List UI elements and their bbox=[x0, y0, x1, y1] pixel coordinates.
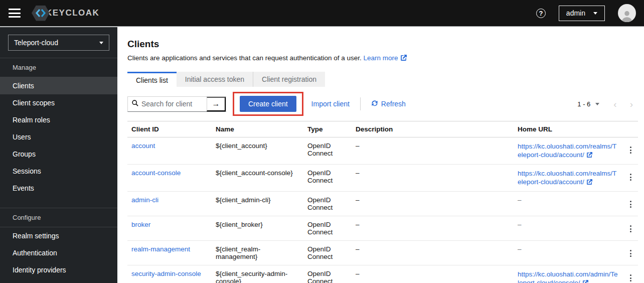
client-description: – bbox=[352, 137, 514, 165]
client-type: OpenID Connect bbox=[303, 192, 352, 216]
realm-selector-label: Teleport-cloud bbox=[14, 39, 58, 47]
sidebar-item-realm-settings[interactable]: Realm settings bbox=[0, 227, 117, 244]
tab-initial-access-token[interactable]: Initial access token bbox=[177, 72, 253, 87]
client-name: ${client_broker} bbox=[212, 216, 303, 241]
home-url-empty: – bbox=[518, 245, 522, 253]
pagination-next-button[interactable]: › bbox=[630, 99, 633, 109]
hamburger-menu-icon[interactable] bbox=[9, 9, 21, 18]
home-url-link[interactable]: https://kc.oluoshati.com/realms/Teleport… bbox=[518, 170, 616, 186]
table-row: admin-cli ${client_admin-cli} OpenID Con… bbox=[127, 192, 638, 216]
refresh-link[interactable]: Refresh bbox=[371, 100, 406, 108]
create-client-button[interactable]: Create client bbox=[240, 96, 296, 112]
tab-bar: Clients list Initial access token Client… bbox=[127, 72, 633, 87]
tab-clients-list[interactable]: Clients list bbox=[127, 72, 177, 87]
client-type: OpenID Connect bbox=[303, 265, 352, 283]
toolbar: → Create client Import client Refresh 1 … bbox=[127, 93, 633, 115]
client-id-link[interactable]: account bbox=[131, 142, 155, 150]
sidebar-item-realm-roles[interactable]: Realm roles bbox=[0, 111, 117, 128]
chevron-down-icon bbox=[99, 42, 103, 44]
table-row: account ${client_account} OpenID Connect… bbox=[127, 137, 638, 165]
kebab-menu-icon[interactable] bbox=[627, 224, 634, 233]
sidebar-item-events[interactable]: Events bbox=[0, 180, 117, 197]
sidebar: Teleport-cloud Manage Clients Client sco… bbox=[0, 27, 117, 283]
home-url-link[interactable]: https://kc.oluoshati.com/realms/Teleport… bbox=[518, 143, 616, 159]
search-submit-button[interactable]: → bbox=[207, 97, 226, 111]
sidebar-item-authentication[interactable]: Authentication bbox=[0, 244, 117, 261]
table-row: realm-management ${client_realm-manageme… bbox=[127, 241, 638, 265]
home-url-empty: – bbox=[518, 196, 522, 204]
external-link-icon bbox=[587, 151, 592, 160]
client-id-link[interactable]: realm-management bbox=[131, 245, 190, 253]
col-header-home-url: Home URL bbox=[514, 121, 623, 137]
help-icon[interactable]: ? bbox=[536, 9, 546, 18]
table-row: account-console ${client_account-console… bbox=[127, 165, 638, 192]
client-id-link[interactable]: broker bbox=[131, 221, 150, 228]
client-name: ${client_realm-management} bbox=[212, 241, 303, 265]
table-header-row: Client ID Name Type Description Home URL bbox=[127, 121, 638, 137]
keycloak-logo[interactable]: KEYCLOAK bbox=[32, 6, 99, 21]
avatar[interactable] bbox=[618, 4, 636, 22]
top-bar: KEYCLOAK ? admin bbox=[0, 0, 644, 27]
client-description: – bbox=[352, 265, 514, 283]
search-input[interactable] bbox=[138, 100, 207, 108]
kebab-menu-icon[interactable] bbox=[627, 173, 634, 182]
client-name: ${client_admin-cli} bbox=[212, 192, 303, 216]
pagination-top: 1 - 6 ‹ › bbox=[577, 99, 633, 109]
client-description: – bbox=[352, 241, 514, 265]
sidebar-item-users[interactable]: Users bbox=[0, 128, 117, 146]
toolbar-divider bbox=[360, 97, 361, 110]
search-icon bbox=[132, 99, 138, 108]
main-content: Clients Clients are applications and ser… bbox=[117, 27, 644, 283]
brand-text: KEYCLOAK bbox=[46, 8, 99, 18]
user-menu-dropdown[interactable]: admin bbox=[559, 6, 605, 21]
col-header-actions bbox=[623, 121, 638, 137]
pagination-prev-button[interactable]: ‹ bbox=[613, 99, 616, 109]
page-subtitle: Clients are applications and services th… bbox=[127, 54, 362, 62]
col-header-client-id: Client ID bbox=[127, 121, 212, 137]
sidebar-item-sessions[interactable]: Sessions bbox=[0, 163, 117, 180]
learn-more-link[interactable]: Learn more bbox=[364, 54, 407, 62]
external-link-icon bbox=[583, 279, 588, 283]
pagination-caret-icon[interactable] bbox=[595, 103, 599, 105]
sidebar-item-groups[interactable]: Groups bbox=[0, 146, 117, 163]
nav-section-manage: Manage bbox=[0, 58, 117, 77]
kebab-menu-icon[interactable] bbox=[627, 200, 634, 209]
kebab-menu-icon[interactable] bbox=[627, 273, 634, 282]
nav-section-configure: Configure bbox=[0, 208, 117, 227]
realm-selector[interactable]: Teleport-cloud bbox=[8, 35, 109, 51]
client-type: OpenID Connect bbox=[303, 165, 352, 192]
kebab-menu-icon[interactable] bbox=[627, 146, 634, 155]
home-url-empty: – bbox=[518, 221, 522, 228]
table-row: security-admin-console ${client_security… bbox=[127, 265, 638, 283]
client-name: ${client_security-admin-console} bbox=[212, 265, 303, 283]
page-title: Clients bbox=[127, 39, 633, 50]
client-description: – bbox=[352, 165, 514, 192]
client-id-link[interactable]: account-console bbox=[131, 169, 181, 177]
chevron-down-icon bbox=[593, 12, 597, 15]
client-description: – bbox=[352, 216, 514, 241]
external-link-icon bbox=[587, 178, 592, 187]
col-header-description: Description bbox=[352, 121, 514, 137]
sidebar-item-client-scopes[interactable]: Client scopes bbox=[0, 94, 117, 111]
kebab-menu-icon[interactable] bbox=[627, 249, 634, 258]
import-client-link[interactable]: Import client bbox=[311, 100, 350, 108]
client-id-link[interactable]: security-admin-console bbox=[131, 270, 201, 277]
sidebar-item-clients[interactable]: Clients bbox=[0, 77, 117, 94]
client-description: – bbox=[352, 192, 514, 216]
client-type: OpenID Connect bbox=[303, 137, 352, 165]
tab-client-registration[interactable]: Client registration bbox=[253, 72, 325, 87]
table-row: broker ${client_broker} OpenID Connect –… bbox=[127, 216, 638, 241]
clients-table: Client ID Name Type Description Home URL… bbox=[127, 121, 638, 283]
client-id-link[interactable]: admin-cli bbox=[131, 196, 158, 204]
search-group: → bbox=[127, 96, 226, 112]
sidebar-item-identity-providers[interactable]: Identity providers bbox=[0, 261, 117, 278]
home-url-link[interactable]: https://kc.oluoshati.com/admin/Teleport-… bbox=[518, 270, 618, 283]
client-type: OpenID Connect bbox=[303, 241, 352, 265]
refresh-icon bbox=[371, 100, 378, 108]
col-header-name: Name bbox=[212, 121, 303, 137]
external-link-icon bbox=[401, 55, 407, 62]
client-type: OpenID Connect bbox=[303, 216, 352, 241]
col-header-type: Type bbox=[303, 121, 352, 137]
pagination-range: 1 - 6 bbox=[577, 100, 590, 108]
user-menu-label: admin bbox=[566, 9, 585, 17]
